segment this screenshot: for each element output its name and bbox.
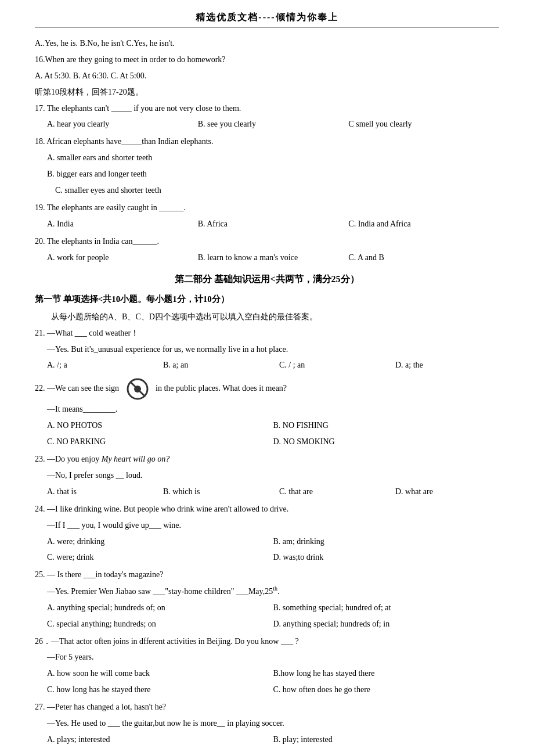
q19-block: 19. The elephants are easily caught in _… bbox=[35, 200, 499, 232]
q23-reply: —No, I prefer songs __ loud. bbox=[35, 468, 499, 483]
q25: 25. — Is there ___in today's magazine? bbox=[35, 567, 499, 582]
q19-optA: A. India bbox=[47, 217, 198, 232]
q24-optB: B. am; drinking bbox=[273, 534, 500, 549]
q21: 21. —What ___ cold weather！ bbox=[35, 326, 499, 341]
q20-block: 20. The elephants in India can______. A.… bbox=[35, 234, 499, 265]
q24-block: 24. —I like drinking wine. But people wh… bbox=[35, 502, 499, 566]
q21-optC: C. / ; an bbox=[279, 358, 395, 373]
q22-options-row1: A. NO PHOTOS B. NO FISHING bbox=[35, 418, 499, 433]
q23-optB: B. which is bbox=[163, 484, 279, 499]
q21-optB: B. a; an bbox=[163, 358, 279, 373]
q23: 23. —Do you enjoy My heart will go on? bbox=[35, 452, 499, 467]
main-content: A..Yes, he is. B.No, he isn't C.Yes, he … bbox=[35, 36, 499, 747]
q23-block: 23. —Do you enjoy My heart will go on? —… bbox=[35, 452, 499, 499]
q17-block: 17. The elephants can't _____ if you are… bbox=[35, 101, 499, 132]
q22-optD: D. NO SMOKING bbox=[273, 434, 500, 449]
q20-options: A. work for people B. learn to know a ma… bbox=[35, 250, 499, 265]
q24-reply: —If I ___ you, I would give up___ wine. bbox=[35, 518, 499, 533]
q27: 27. —Peter has changed a lot, hasn't he? bbox=[35, 700, 499, 715]
q18-optC: C. smaller eyes and shorter teeth bbox=[35, 183, 499, 198]
q17-optA: A. hear you clearly bbox=[47, 117, 198, 132]
q25-optB: B. something special; hundred of; at bbox=[273, 600, 500, 615]
q24-optC: C. were; drink bbox=[47, 550, 273, 565]
q17-optC: C smell you clearly bbox=[348, 117, 499, 132]
section1-title-text: 第一节 单项选择 bbox=[35, 294, 98, 304]
q19-optB: B. Africa bbox=[198, 217, 349, 232]
section2-title: 第二部分 基础知识运用<共两节，满分25分） bbox=[35, 271, 499, 288]
q17-optB: B. see you clearly bbox=[198, 117, 349, 132]
section2-title-text: 第二部分 基础知识运用 bbox=[175, 274, 270, 284]
q19: 19. The elephants are easily caught in _… bbox=[35, 200, 499, 215]
q21-optA: A. /; a bbox=[47, 358, 163, 373]
q16: 16.When are they going to meet in order … bbox=[35, 52, 499, 67]
q26-optD: C. how often does he go there bbox=[273, 682, 500, 697]
q25-optD: D. anything special; hundreds of; in bbox=[273, 617, 500, 632]
q22-options-row2: C. NO PARKING D. NO SMOKING bbox=[35, 434, 499, 449]
q26-block: 26．—That actor often joins in dfferent a… bbox=[35, 634, 499, 698]
q22-optC: C. NO PARKING bbox=[47, 434, 273, 449]
q22-optB: B. NO FISHING bbox=[273, 418, 500, 433]
q23-optD: D. what are bbox=[395, 484, 511, 499]
section2-subtitle: <共两节，满分25分） bbox=[270, 274, 359, 284]
q24-optD: D. was;to drink bbox=[273, 550, 500, 565]
q25-reply: —Yes. Premier Wen Jiabao saw ___"stay-ho… bbox=[35, 584, 499, 599]
header-title: 精选优质文档----倾情为你奉上 bbox=[196, 12, 338, 22]
q21-options: A. /; a B. a; an C. / ; an D. a; the bbox=[35, 358, 499, 373]
q20: 20. The elephants in India can______. bbox=[35, 234, 499, 249]
no-smoking-icon bbox=[126, 377, 149, 401]
q26-reply: —For 5 years. bbox=[35, 650, 499, 665]
q21-reply: —Yes. But it's_unusual experience for us… bbox=[35, 342, 499, 357]
q22-optA: A. NO PHOTOS bbox=[47, 418, 273, 433]
intro-answers: A..Yes, he is. B.No, he isn't C.Yes, he … bbox=[35, 36, 499, 51]
q18: 18. African elephants have_____than Indi… bbox=[35, 134, 499, 149]
q23-optA: A. that is bbox=[47, 484, 163, 499]
q20-optA: A. work for people bbox=[47, 250, 198, 265]
q24: 24. —I like drinking wine. But people wh… bbox=[35, 502, 499, 517]
page-header: 精选优质文档----倾情为你奉上 bbox=[35, 12, 499, 28]
q18-block: 18. African elephants have_____than Indi… bbox=[35, 134, 499, 198]
q27-reply: —Yes. He used to ___ the guitar,but now … bbox=[35, 716, 499, 731]
q26-options-row2: C. how long has he stayed there C. how o… bbox=[35, 682, 499, 697]
q18-optA: A. smaller ears and shorter teeth bbox=[35, 150, 499, 165]
q21-optD: D. a; the bbox=[395, 358, 511, 373]
q20-optC: C. A and B bbox=[348, 250, 499, 265]
q26-optB: B.how long he has stayed there bbox=[273, 666, 500, 681]
svg-point-2 bbox=[134, 386, 141, 393]
q17-intro: 听第10段材料，回答17-20题。 bbox=[35, 85, 499, 100]
q16-opts: A. At 5:30. B. At 6:30. C. At 5:00. bbox=[35, 69, 499, 84]
q19-optC: C. India and Africa bbox=[348, 217, 499, 232]
q26-optA: A. how soon he will come back bbox=[47, 666, 273, 681]
q27-optB: B. play; interested bbox=[273, 732, 500, 747]
q24-options-row2: C. were; drink D. was;to drink bbox=[35, 550, 499, 565]
q19-options: A. India B. Africa C. India and Africa bbox=[35, 217, 499, 232]
q24-optA: A. were; drinking bbox=[47, 534, 273, 549]
q20-optB: B. learn to know a man's voice bbox=[198, 250, 349, 265]
q22-text: 22. —We can see the sign bbox=[35, 384, 119, 393]
q17: 17. The elephants can't _____ if you are… bbox=[35, 101, 499, 116]
q25-block: 25. — Is there ___in today's magazine? —… bbox=[35, 567, 499, 631]
q22-end: in the public places. What does it mean? bbox=[156, 384, 287, 393]
q22-reply: —It means________. bbox=[35, 402, 499, 417]
section1-desc: 从每小题所给的A、B、C、D四个选项中选出可以填入空白处的最佳答案。 bbox=[35, 309, 499, 325]
q23-options: A. that is B. which is C. that are D. wh… bbox=[35, 484, 499, 499]
q21-block: 21. —What ___ cold weather！ —Yes. But it… bbox=[35, 326, 499, 373]
q27-block: 27. —Peter has changed a lot, hasn't he?… bbox=[35, 700, 499, 747]
q24-options-row1: A. were; drinking B. am; drinking bbox=[35, 534, 499, 549]
q26-optC: C. how long has he stayed there bbox=[47, 682, 273, 697]
q22-block: 22. —We can see the sign in the public p… bbox=[35, 377, 499, 449]
section1-subtitle: <共10小题。每小题1分，计10分） bbox=[98, 294, 229, 304]
q23-optC: C. that are bbox=[279, 484, 395, 499]
q17-options: A. hear you clearly B. see you clearly C… bbox=[35, 117, 499, 132]
q27-options: A. plays; interested B. play; interested bbox=[35, 732, 499, 747]
q25-optA: A. anything special; hundreds of; on bbox=[47, 600, 273, 615]
q25-options-row2: C. special anything; hundreds; on D. any… bbox=[35, 617, 499, 632]
q27-optA: A. plays; interested bbox=[47, 732, 273, 747]
q25-options-row1: A. anything special; hundreds of; on B. … bbox=[35, 600, 499, 615]
q26-options-row1: A. how soon he will come back B.how long… bbox=[35, 666, 499, 681]
q26: 26．—That actor often joins in dfferent a… bbox=[35, 634, 499, 649]
q22-line: 22. —We can see the sign in the public p… bbox=[35, 377, 499, 401]
section1-title: 第一节 单项选择<共10小题。每小题1分，计10分） bbox=[35, 291, 499, 308]
q25-optC: C. special anything; hundreds; on bbox=[47, 617, 273, 632]
q18-optB: B. bigger ears and longer teeth bbox=[35, 167, 499, 182]
q23-italic: My heart will go on? bbox=[102, 455, 169, 463]
